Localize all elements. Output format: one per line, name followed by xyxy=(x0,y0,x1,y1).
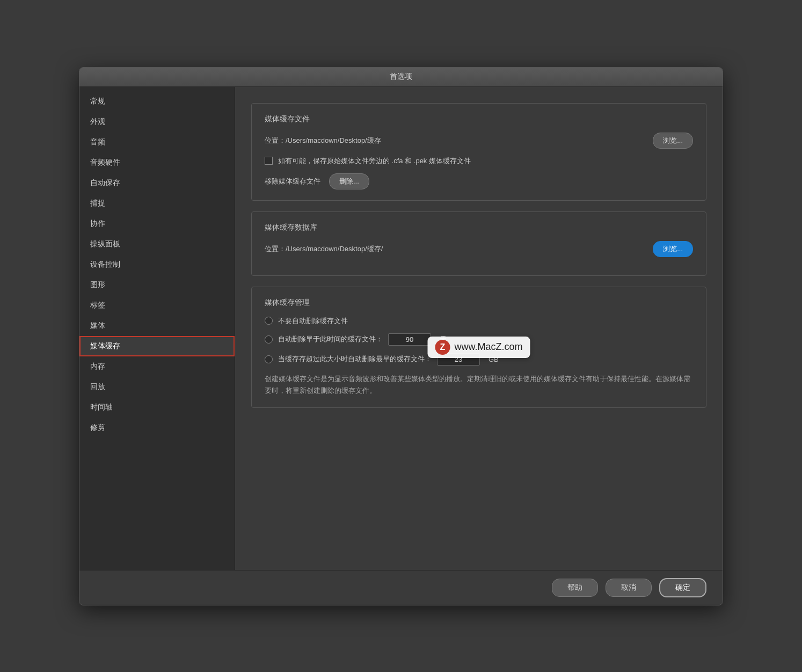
remove-label: 移除媒体缓存文件 xyxy=(265,177,320,186)
ok-button[interactable]: 确定 xyxy=(659,578,706,597)
radio-row-no-delete: 不要自动删除缓存文件 xyxy=(265,316,693,326)
sidebar-item-labels[interactable]: 标签 xyxy=(79,295,235,316)
browse-button-files[interactable]: 浏览... xyxy=(653,133,693,149)
sidebar-item-playback[interactable]: 回放 xyxy=(79,377,235,397)
sidebar-item-device-control[interactable]: 设备控制 xyxy=(79,254,235,275)
location-label-files: 位置：/Users/macdown/Desktop/缓存 xyxy=(265,136,653,145)
sidebar-item-audio[interactable]: 音频 xyxy=(79,132,235,152)
help-button[interactable]: 帮助 xyxy=(552,579,598,597)
location-label-db: 位置：/Users/macdown/Desktop/缓存/ xyxy=(265,244,653,254)
media-cache-files-section: 媒体缓存文件 位置：/Users/macdown/Desktop/缓存 浏览..… xyxy=(251,103,706,201)
sidebar-item-capture[interactable]: 捕捉 xyxy=(79,193,235,214)
media-cache-management-section: 媒体缓存管理 不要自动删除缓存文件 自动删除早于此时间的缓存文件： 天 当缓存存… xyxy=(251,287,706,408)
media-cache-management-title: 媒体缓存管理 xyxy=(265,298,693,308)
radio-no-delete[interactable] xyxy=(265,317,273,325)
days-unit: 天 xyxy=(440,334,447,344)
sidebar-item-collaboration[interactable]: 协作 xyxy=(79,214,235,234)
location-row-db: 位置：/Users/macdown/Desktop/缓存/ 浏览... xyxy=(265,241,693,257)
gb-input[interactable] xyxy=(437,353,480,366)
sidebar-item-media[interactable]: 媒体 xyxy=(79,316,235,336)
sidebar-item-trim[interactable]: 修剪 xyxy=(79,418,235,438)
radio-row-auto-delete-size: 当缓存存超过此大小时自动删除最早的缓存文件： GB xyxy=(265,353,693,366)
window-title: 首选项 xyxy=(390,72,412,82)
media-cache-files-title: 媒体缓存文件 xyxy=(265,114,693,124)
radio-row-auto-delete-time: 自动删除早于此时间的缓存文件： 天 xyxy=(265,333,693,346)
sidebar: 常规 外观 音频 音频硬件 自动保存 捕捉 协作 操纵面板 设备控制 图形 标签… xyxy=(79,87,235,570)
days-input[interactable] xyxy=(388,333,431,346)
media-cache-db-section: 媒体缓存数据库 位置：/Users/macdown/Desktop/缓存/ 浏览… xyxy=(251,211,706,276)
radio-auto-delete-size[interactable] xyxy=(265,355,273,363)
radio-auto-delete-time-label: 自动删除早于此时间的缓存文件： xyxy=(278,334,383,344)
sidebar-item-audio-hardware[interactable]: 音频硬件 xyxy=(79,152,235,173)
radio-no-delete-label: 不要自动删除缓存文件 xyxy=(278,316,348,326)
media-cache-db-title: 媒体缓存数据库 xyxy=(265,223,693,232)
sidebar-item-appearance[interactable]: 外观 xyxy=(79,112,235,132)
sidebar-item-media-cache[interactable]: 媒体缓存 xyxy=(79,336,235,356)
delete-button[interactable]: 删除... xyxy=(329,173,369,189)
checkbox-row: 如有可能，保存原始媒体文件旁边的 .cfa 和 .pek 媒体缓存文件 xyxy=(265,156,693,166)
browse-button-db[interactable]: 浏览... xyxy=(653,241,693,257)
footer: 帮助 取消 确定 xyxy=(79,570,723,605)
save-near-source-checkbox[interactable] xyxy=(265,157,273,165)
main-panel: 媒体缓存文件 位置：/Users/macdown/Desktop/缓存 浏览..… xyxy=(235,87,723,570)
radio-auto-delete-size-label: 当缓存存超过此大小时自动删除最早的缓存文件： xyxy=(278,354,432,364)
sidebar-item-control-surface[interactable]: 操纵面板 xyxy=(79,234,235,254)
radio-auto-delete-time[interactable] xyxy=(265,335,273,344)
location-row-files: 位置：/Users/macdown/Desktop/缓存 浏览... xyxy=(265,133,693,149)
remove-cache-row: 移除媒体缓存文件 删除... xyxy=(265,173,693,189)
sidebar-item-graphics[interactable]: 图形 xyxy=(79,275,235,295)
sidebar-item-general[interactable]: 常规 xyxy=(79,91,235,112)
titlebar: 首选项 xyxy=(79,68,723,87)
sidebar-item-timeline[interactable]: 时间轴 xyxy=(79,397,235,418)
cancel-button[interactable]: 取消 xyxy=(606,579,652,597)
gb-unit: GB xyxy=(489,355,499,363)
description-text: 创建媒体缓存文件是为显示音频波形和改善某些媒体类型的播放。定期清理旧的或未使用的… xyxy=(265,373,693,397)
sidebar-item-autosave[interactable]: 自动保存 xyxy=(79,173,235,193)
sidebar-item-memory[interactable]: 内存 xyxy=(79,356,235,377)
checkbox-label: 如有可能，保存原始媒体文件旁边的 .cfa 和 .pek 媒体缓存文件 xyxy=(278,156,471,166)
